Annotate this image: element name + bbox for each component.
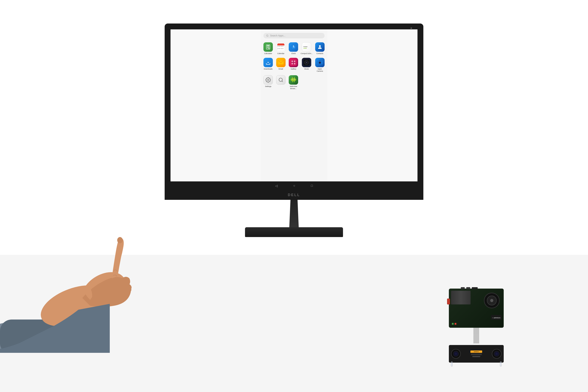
monitor-stand-base — [245, 227, 343, 237]
app-calendar[interactable]: Calendar — [275, 41, 287, 56]
compucuda-icon: Compu CUDA — [302, 42, 311, 52]
music-icon — [302, 58, 311, 67]
svg-rect-20 — [291, 60, 293, 62]
svg-rect-22 — [291, 63, 293, 64]
app-webview[interactable]: WebView Brows... — [288, 74, 299, 91]
svg-rect-30 — [319, 60, 321, 61]
downloads-label: Downloads — [264, 68, 273, 70]
svg-point-33 — [319, 62, 320, 63]
app-music[interactable]: Music — [300, 56, 313, 74]
monitor-bezel: ⊞ 1234 Search Apps... — [165, 24, 423, 190]
settings-icon — [263, 75, 273, 85]
fan-inner — [487, 296, 497, 306]
svg-point-0 — [267, 35, 268, 36]
app-gallery[interactable]: Gallery — [288, 56, 299, 74]
monitor: ⊞ 1234 Search Apps... — [165, 24, 423, 237]
svg-point-16 — [319, 45, 321, 47]
downloads-icon — [263, 58, 273, 67]
email-icon — [276, 58, 286, 67]
svg-rect-6 — [267, 48, 268, 48]
music-label: Music — [304, 68, 309, 70]
svg-rect-3 — [267, 47, 268, 48]
compucuda-label: CompuCUDA... — [300, 52, 313, 55]
svg-point-13 — [293, 47, 294, 48]
app-contacts[interactable]: Contacts — [314, 41, 326, 56]
board-brand-label: ○ antmicro — [492, 317, 500, 319]
monitor-bottom-bezel: DELL — [165, 190, 423, 200]
app-downloads[interactable]: Downloads — [262, 56, 274, 74]
search-bar[interactable]: Search Apps... — [263, 33, 325, 38]
ribbon-cable — [473, 328, 479, 344]
svg-point-45 — [292, 79, 293, 80]
svg-point-34 — [268, 79, 269, 81]
app-clock[interactable]: Clock — [288, 41, 299, 56]
apps-grid: Calculator — [261, 41, 327, 91]
svg-rect-23 — [294, 63, 295, 64]
clock-label: Clock — [291, 52, 296, 55]
svg-rect-21 — [294, 60, 295, 62]
app-opencamera[interactable]: Open Camera — [314, 56, 326, 74]
svg-rect-42 — [294, 81, 295, 82]
camera-lens-right — [492, 349, 501, 359]
settings-label: Settings — [265, 86, 271, 88]
calendar-icon — [276, 42, 286, 52]
lens-inner-right — [494, 351, 499, 356]
cooling-fan — [484, 293, 500, 308]
svg-rect-4 — [268, 47, 269, 48]
opencamera-icon — [315, 58, 325, 67]
gallery-icon — [289, 58, 298, 67]
monitor-top-bar: ⊞ 1234 — [413, 25, 417, 28]
app-drawer: Search Apps... — [261, 30, 327, 190]
contacts-icon — [315, 42, 325, 52]
nav-back-button[interactable]: ◁ — [275, 184, 278, 188]
svg-line-48 — [294, 77, 295, 77]
board-leds — [452, 323, 456, 324]
app-calculator[interactable]: Calculator — [262, 41, 274, 56]
app-email[interactable]: Email — [275, 56, 287, 74]
camera-module: antmicro — [449, 345, 504, 362]
camera-lens-left — [451, 349, 461, 359]
heatsink — [451, 291, 471, 304]
camera-brand-label: antmicro — [474, 351, 479, 352]
nav-recents-button[interactable]: □ — [311, 184, 313, 188]
led-red — [455, 323, 456, 324]
led-green — [452, 323, 453, 324]
svg-text:Compu: Compu — [303, 46, 308, 47]
fan-center — [490, 299, 493, 302]
svg-point-35 — [279, 78, 282, 82]
svg-point-46 — [294, 79, 295, 80]
screen: Search Apps... — [171, 30, 417, 190]
svg-line-47 — [292, 77, 292, 77]
email-label: Email — [279, 68, 283, 70]
hardware-board: ○ antmicro — [449, 288, 504, 362]
svg-text:CUDA: CUDA — [303, 48, 307, 49]
svg-point-53 — [117, 237, 123, 243]
calculator-label: Calculator — [264, 52, 272, 55]
app-settings[interactable]: Settings — [262, 74, 274, 91]
svg-rect-8 — [269, 48, 270, 49]
webview-icon — [289, 75, 298, 85]
nav-home-button[interactable]: ○ — [293, 184, 295, 188]
app-search[interactable] — [275, 74, 287, 91]
webview-label: WebView Brows... — [288, 86, 299, 90]
calendar-label: Calendar — [277, 52, 284, 55]
svg-rect-41 — [292, 81, 293, 82]
svg-rect-5 — [269, 47, 270, 48]
board-main: ○ antmicro — [449, 288, 504, 328]
svg-rect-2 — [267, 46, 269, 46]
app-compucuda[interactable]: Compu CUDA CompuCUDA... — [300, 41, 313, 56]
svg-rect-40 — [295, 79, 296, 80]
clock-icon — [289, 42, 298, 52]
navigation-bar: ◁ ○ □ — [171, 182, 417, 190]
monitor-stand-neck — [282, 200, 306, 227]
calculator-icon — [263, 42, 273, 52]
svg-rect-39 — [291, 79, 291, 80]
lens-inner-left — [453, 351, 459, 356]
opencamera-label: Open Camera — [314, 68, 326, 72]
contacts-label: Contacts — [316, 52, 323, 55]
svg-point-27 — [306, 62, 307, 63]
dell-logo: DELL — [288, 193, 300, 197]
hand — [0, 216, 176, 353]
gallery-label: Gallery — [291, 68, 296, 70]
svg-rect-38 — [291, 78, 296, 81]
